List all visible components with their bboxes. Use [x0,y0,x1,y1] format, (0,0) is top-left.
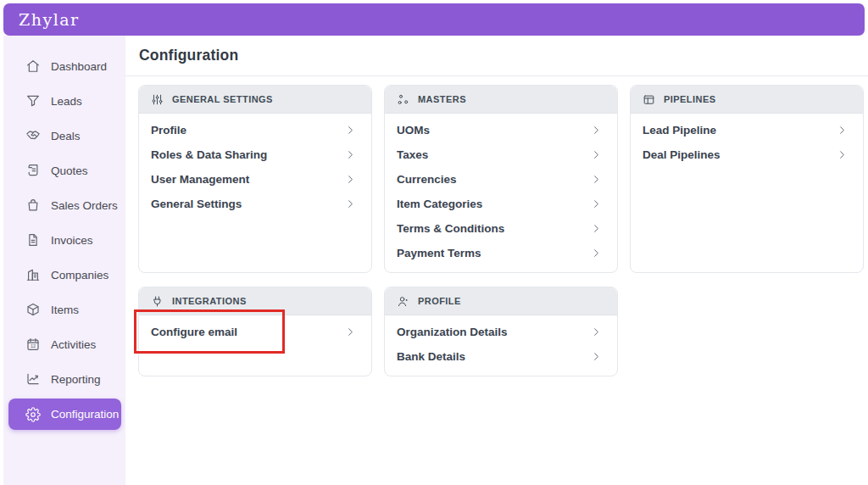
card-header: MASTERS [385,86,617,114]
card-item-lead-pipeline[interactable]: Lead Pipeline [631,118,863,142]
card-item-bank-details[interactable]: Bank Details [385,344,617,369]
chevron-right-icon [591,125,602,136]
card-title: PIPELINES [664,94,716,104]
card-masters: MASTERS UOMs Taxes Currencies Item Categ… [384,85,618,273]
card-body: Profile Roles & Data Sharing User Manage… [139,114,371,223]
sidebar-item-dashboard[interactable]: Dashboard [8,49,121,83]
chevron-right-icon [837,125,848,136]
home-icon [25,59,41,74]
card-item-payment-terms[interactable]: Payment Terms [385,241,617,265]
card-item-roles-data-sharing[interactable]: Roles & Data Sharing [139,142,371,167]
chevron-right-icon [345,125,356,136]
chevron-right-icon [591,174,602,185]
card-header: PIPELINES [631,86,863,114]
building-icon [25,267,41,282]
brand-logo[interactable]: Zhylar [19,10,80,29]
card-item-label: Taxes [397,148,428,161]
top-header-bar: Zhylar [3,3,865,36]
card-profile: PROFILE Organization Details Bank Detail… [384,287,618,376]
card-general-settings: GENERAL SETTINGS Profile Roles & Data Sh… [138,85,372,273]
sidebar-item-leads[interactable]: Leads [8,84,121,118]
card-item-deal-pipelines[interactable]: Deal Pipelines [631,142,863,167]
card-item-label: Roles & Data Sharing [151,148,267,161]
chevron-right-icon [345,149,356,160]
card-item-taxes[interactable]: Taxes [385,142,617,167]
card-item-label: Profile [151,124,186,137]
card-title: MASTERS [418,94,466,104]
chevron-right-icon [345,326,356,337]
card-item-label: Configure email [151,326,237,338]
sidebar-item-configuration[interactable]: Configuration [8,399,121,430]
card-item-label: Payment Terms [397,247,481,259]
card-item-uoms[interactable]: UOMs [385,118,617,142]
chevron-right-icon [591,326,602,337]
card-item-label: Currencies [397,173,457,186]
card-item-label: UOMs [397,124,430,137]
card-item-label: Lead Pipeline [643,124,716,137]
sidebar-item-label: Leads [51,95,82,108]
sidebar-item-label: Sales Orders [51,199,118,212]
layout-icon [643,93,655,106]
card-item-configure-email[interactable]: Configure email [139,320,371,344]
sidebar-item-reporting[interactable]: Reporting [8,362,121,396]
sidebar-item-label: Deals [51,130,81,142]
chevron-right-icon [345,198,356,209]
card-item-item-categories[interactable]: Item Categories [385,192,617,216]
chart-icon [25,371,41,387]
handshake-icon [25,128,41,143]
chevron-right-icon [837,149,848,160]
card-body: Organization Details Bank Details [385,315,617,376]
calendar-icon: 12 [25,337,41,352]
sidebar-item-invoices[interactable]: Invoices [8,223,121,257]
sidebar-item-label: Invoices [51,234,93,247]
sidebar-item-label: Activities [51,338,96,351]
nodes-icon [397,93,409,106]
card-item-terms-conditions[interactable]: Terms & Conditions [385,216,617,241]
funnel-icon [25,93,41,109]
file-icon [25,232,41,248]
card-body: Lead Pipeline Deal Pipelines [631,114,863,174]
sidebar-item-items[interactable]: Items [8,293,121,326]
card-item-organization-details[interactable]: Organization Details [385,320,617,344]
sidebar-nav: Dashboard Leads Deals Quotes Sales Order… [3,36,125,431]
sidebar-item-quotes[interactable]: Quotes [8,153,121,187]
card-title: GENERAL SETTINGS [172,94,273,104]
svg-text:12: 12 [31,343,36,348]
sidebar-item-sales-orders[interactable]: Sales Orders [8,188,121,222]
card-item-user-management[interactable]: User Management [139,167,371,192]
card-item-label: Terms & Conditions [397,222,504,235]
card-pipelines: PIPELINES Lead Pipeline Deal Pipelines [630,85,864,273]
chevron-right-icon [591,351,602,362]
card-item-label: Deal Pipelines [643,148,721,161]
card-body: Configure email [139,315,371,351]
sidebar-item-activities[interactable]: 12 Activities [8,327,121,361]
sidebar-item-label: Quotes [51,164,88,177]
sidebar: Dashboard Leads Deals Quotes Sales Order… [3,36,125,485]
chevron-right-icon [591,198,602,209]
bag-icon [25,198,41,213]
card-body: UOMs Taxes Currencies Item Categories Te… [385,114,617,272]
plug-icon [151,295,164,308]
chevron-right-icon [591,248,602,259]
page-title: Configuration [139,47,238,64]
package-icon [25,302,41,317]
main-content: Configuration GENERAL SETTINGS Profile R… [125,36,868,485]
sidebar-item-label: Items [51,304,79,316]
chevron-right-icon [591,223,602,234]
card-item-label: Bank Details [397,350,465,363]
card-item-label: Organization Details [397,326,508,338]
gear-icon [25,407,41,422]
card-header: GENERAL SETTINGS [139,86,371,114]
sidebar-item-companies[interactable]: Companies [8,258,121,292]
scroll-icon [25,163,41,178]
card-header: INTEGRATIONS [139,287,371,315]
card-item-currencies[interactable]: Currencies [385,167,617,192]
sidebar-item-label: Reporting [51,373,101,386]
sidebar-item-label: Companies [51,269,108,282]
sliders-icon [151,93,164,106]
sidebar-item-deals[interactable]: Deals [8,119,121,153]
cards-grid: GENERAL SETTINGS Profile Roles & Data Sh… [125,76,868,376]
card-integrations: INTEGRATIONS Configure email [138,287,372,376]
card-item-profile[interactable]: Profile [139,118,371,142]
card-item-general-settings[interactable]: General Settings [139,192,371,216]
